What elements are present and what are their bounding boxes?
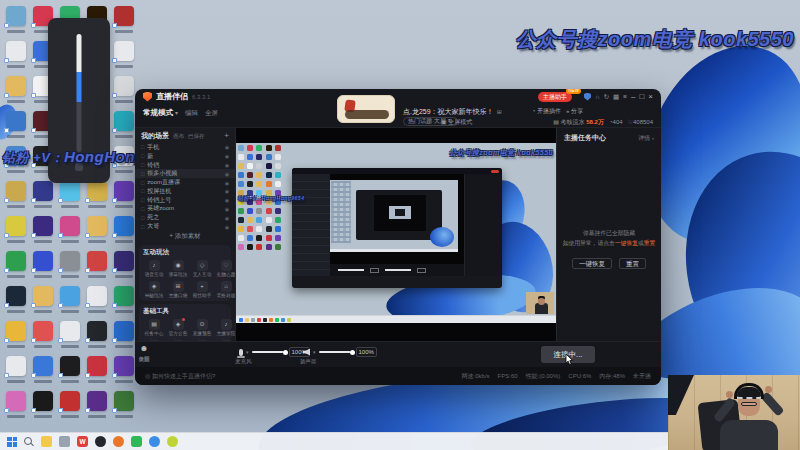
scene-item[interactable]: □ 大哥 ◉ <box>135 222 235 231</box>
grid-icon[interactable]: ▦ <box>613 89 619 104</box>
preview-canvas[interactable]: 公众号搜zoom电竞 kook5550 钻粉+V：HongHong9654 <box>236 128 556 341</box>
desktop-shortcut-icon[interactable] <box>6 286 26 306</box>
desktop-shortcut-icon[interactable] <box>114 216 134 236</box>
desktop-shortcut-icon[interactable] <box>114 356 134 376</box>
desktop-shortcut-icon[interactable] <box>60 251 80 271</box>
visibility-icon[interactable]: ◉ <box>225 197 229 203</box>
speaker-icon[interactable] <box>303 349 310 356</box>
visibility-icon[interactable]: ◉ <box>225 188 229 194</box>
scene-item[interactable]: □ 铃铛上号 ◉ <box>135 196 235 205</box>
visibility-icon[interactable]: ◉ <box>225 162 229 168</box>
desktop-shortcut-icon[interactable] <box>60 391 80 411</box>
share-button[interactable]: » 分享 <box>566 108 583 114</box>
reset-button[interactable]: 重置 <box>619 258 646 269</box>
refresh-icon[interactable]: ↻ <box>604 89 609 104</box>
desktop-shortcut-icon[interactable] <box>114 251 134 271</box>
desktop-shortcut-icon[interactable] <box>87 181 107 201</box>
visibility-icon[interactable]: ◉ <box>225 180 229 186</box>
scene-checkbox[interactable]: □ <box>141 188 144 194</box>
visibility-icon[interactable]: ◉ <box>225 153 229 159</box>
headset-support-icon[interactable]: ∩ <box>595 89 600 104</box>
visibility-icon[interactable]: ◉ <box>225 171 229 177</box>
anchor-assistant-button[interactable]: 主播助手NEW <box>538 92 572 102</box>
shield-icon[interactable] <box>584 93 591 101</box>
close-button[interactable]: × <box>648 89 653 104</box>
interactive-item[interactable]: ⌂ 装扮对战 <box>215 281 236 299</box>
desktop-shortcut-icon[interactable] <box>6 216 26 236</box>
restore-button[interactable]: 一键恢复 <box>572 258 612 269</box>
add-scene-button[interactable]: + <box>224 131 229 141</box>
scene-item[interactable]: □ 很多小视频 ◉ <box>135 169 235 178</box>
desktop-shortcut-icon[interactable] <box>114 6 134 26</box>
interactive-item[interactable]: ◇ 无人互动 <box>191 260 213 278</box>
speaker-volume-slider[interactable] <box>319 351 353 353</box>
desktop-shortcut-icon[interactable] <box>114 181 134 201</box>
interactive-item[interactable]: + 粉丝助手 <box>191 281 213 299</box>
taskbar-app-icon[interactable] <box>113 436 124 447</box>
scene-item[interactable]: □ zoom直播课 ◉ <box>135 178 235 187</box>
desktop-shortcut-icon[interactable] <box>60 356 80 376</box>
tool-item[interactable]: ◈ 官方公告 <box>167 319 189 337</box>
interactive-item[interactable]: ♪ 语音互动 <box>143 260 165 278</box>
scene-checkbox[interactable]: □ <box>141 224 144 230</box>
scene-checkbox[interactable]: □ <box>141 180 144 186</box>
taskbar-app-icon[interactable] <box>167 436 178 447</box>
scene-checkbox[interactable]: □ <box>141 144 144 150</box>
add-material-button[interactable]: + 添加素材 <box>135 231 235 242</box>
scene-checkbox[interactable]: □ <box>141 153 144 159</box>
desktop-shortcut-icon[interactable] <box>33 251 53 271</box>
visibility-icon[interactable]: ◉ <box>225 215 229 221</box>
desktop-shortcut-icon[interactable] <box>87 321 107 341</box>
chevron-down-icon[interactable]: ▾ <box>313 349 316 355</box>
desktop-shortcut-icon[interactable] <box>6 181 26 201</box>
microphone-icon[interactable] <box>239 349 243 356</box>
desktop-shortcut-icon[interactable] <box>6 391 26 411</box>
scene-item[interactable]: □ 铃铛 ◉ <box>135 161 235 170</box>
taskbar-app-icon[interactable] <box>131 436 142 447</box>
titlebar[interactable]: 直播伴侣 6.3.3.1 主播助手NEW ∩ ↻ ▦ ≡ – □ × <box>135 89 661 104</box>
desktop-shortcut-icon[interactable] <box>60 181 80 201</box>
help-link[interactable]: ◎ 如何快速上手直播伴侣? <box>145 372 215 381</box>
visibility-icon[interactable]: ◉ <box>225 206 229 212</box>
desktop-shortcut-icon[interactable] <box>6 111 26 131</box>
mic-volume-slider[interactable] <box>252 351 286 353</box>
toolbar-tool-button[interactable]: ⚙ 设置 <box>135 345 153 363</box>
desktop-shortcut-icon[interactable] <box>114 391 134 411</box>
fullscreen-mode-button[interactable]: ▣ 全屏模式 <box>441 118 472 127</box>
desktop-shortcut-icon[interactable] <box>114 41 134 61</box>
scene-checkbox[interactable]: □ <box>141 171 144 177</box>
desktop-shortcut-icon[interactable] <box>6 356 26 376</box>
desktop-shortcut-icon[interactable] <box>33 181 53 201</box>
edit-button[interactable]: 编辑 <box>185 109 198 118</box>
tool-item[interactable]: ▤ 任务中心 <box>143 319 165 337</box>
desktop-shortcut-icon[interactable] <box>6 321 26 341</box>
desktop-shortcut-icon[interactable] <box>60 321 80 341</box>
desktop-shortcut-icon[interactable] <box>114 321 134 341</box>
scene-item[interactable]: □ 英雄zoom ◉ <box>135 205 235 214</box>
visibility-icon[interactable]: ◉ <box>225 144 229 150</box>
desktop-shortcut-icon[interactable] <box>87 286 107 306</box>
taskbar-app-icon[interactable] <box>95 436 106 447</box>
desktop-shortcut-icon[interactable] <box>33 321 53 341</box>
scene-item[interactable]: □ 手机 ◉ <box>135 143 235 152</box>
desktop-shortcut-icon[interactable] <box>87 356 107 376</box>
copy-icon[interactable]: ⊞ <box>497 109 502 115</box>
desktop-shortcut-icon[interactable] <box>114 111 134 131</box>
fullscreen-button[interactable]: 全屏 <box>205 109 218 118</box>
desktop-shortcut-icon[interactable] <box>33 286 53 306</box>
desktop-shortcut-icon[interactable] <box>6 251 26 271</box>
volume-slider[interactable] <box>77 34 82 152</box>
desktop-shortcut-icon[interactable] <box>33 391 53 411</box>
task-center-detail-link[interactable]: 详情 › <box>638 134 654 143</box>
tab-canvas[interactable]: 画布 <box>173 133 184 140</box>
visibility-icon[interactable]: ◉ <box>225 224 229 230</box>
tab-saved[interactable]: 已保存 <box>188 133 205 140</box>
chevron-down-icon[interactable]: ▾ <box>246 349 249 355</box>
interactive-item[interactable]: ◈ 神秘玩法 <box>143 281 165 299</box>
desktop-shortcut-icon[interactable] <box>87 216 107 236</box>
scene-item[interactable]: □ 投屏挂机 ◉ <box>135 187 235 196</box>
search-icon[interactable] <box>24 437 34 447</box>
taskbar-app-icon[interactable] <box>41 436 52 447</box>
scene-checkbox[interactable]: □ <box>141 162 144 168</box>
mode-selector[interactable]: 常规模式 ▾ <box>143 108 178 118</box>
